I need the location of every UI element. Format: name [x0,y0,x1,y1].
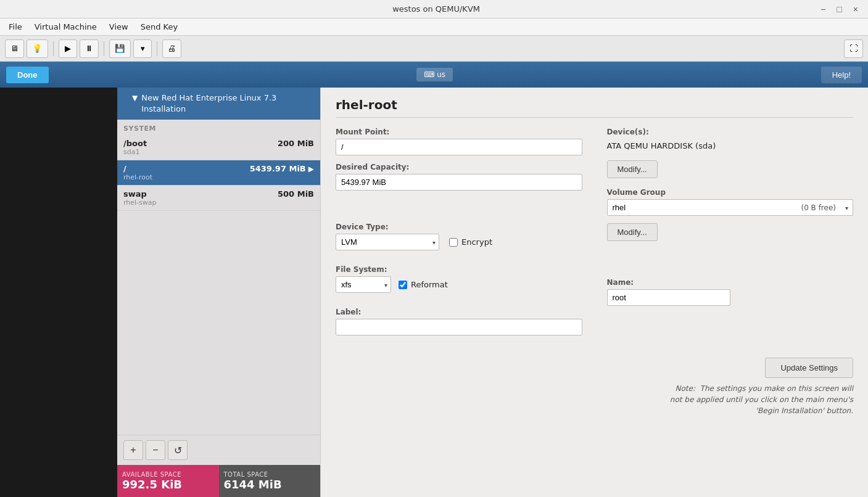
chevron-button[interactable]: ▾ [133,39,152,58]
print-button[interactable]: 🖨 [162,39,181,58]
device-name: ATA QEMU HARDDISK (sda) [607,139,854,153]
menu-virtual-machine[interactable]: Virtual Machine [30,20,102,33]
encrypt-label: Encrypt [461,237,492,247]
close-button[interactable]: × [849,3,862,15]
pause-icon: ⏸ [85,44,93,53]
device-type-group: Device Type: LVM Standard Partition BTRF… [336,223,582,258]
reformat-checkbox-label[interactable]: Reformat [399,280,448,289]
installer-window: ▼ New Red Hat Enterprise Linux 7.3 Insta… [117,88,868,497]
installer-header: ▼ New Red Hat Enterprise Linux 7.3 Insta… [117,88,320,120]
desired-capacity-input[interactable] [336,174,582,191]
toolbar: 🖥 💡 ▶ ⏸ 💾 ▾ 🖨 ⛶ [0,36,868,62]
play-icon: ▶ [65,44,71,53]
refresh-partition-button[interactable]: ↺ [168,440,188,460]
mount-point-input[interactable] [336,139,582,155]
file-system-label: File System: [336,265,582,274]
menu-file[interactable]: File [4,20,27,33]
partition-actions: + − ↺ [117,435,320,465]
desired-capacity-group: Desired Capacity: [336,163,582,191]
label-input[interactable] [336,319,582,335]
partition-swap[interactable]: swap rhel-swap 500 MiB [117,186,320,211]
help-button[interactable]: Help! [821,67,862,83]
devices-label: Device(s): [607,128,854,136]
mount-point-group: Mount Point: [336,128,582,155]
fs-select-wrapper: xfs ext4 ext3 ext2 vfat swap ▾ [336,276,391,293]
volume-group-label: Volume Group [607,188,854,197]
partition-root-sub: rhel-root [123,173,152,181]
bulb-button[interactable]: 💡 [27,39,48,58]
minimize-button[interactable]: − [817,3,829,15]
note-text: Note: The settings you make on this scre… [670,383,853,416]
partition-swap-name: swap [123,189,157,199]
form-left-col: Mount Point: Desired Capacity: Device Ty… [336,128,582,343]
menu-view[interactable]: View [104,20,133,33]
disk-button[interactable]: 💾 [109,39,131,58]
partition-boot-size: 200 MiB [278,139,314,148]
done-button[interactable]: Done [6,67,49,83]
partition-root[interactable]: / rhel-root 5439.97 MiB ▶ [117,160,320,186]
modify-vg-button[interactable]: Modify... [607,223,658,241]
partition-boot-name: /boot [123,139,147,148]
keyboard-icon: ⌨ [424,70,437,79]
pause-button[interactable]: ⏸ [80,39,99,58]
file-system-group: File System: xfs ext4 ext3 ext2 vfat swa… [336,265,582,300]
remove-partition-button[interactable]: − [146,440,165,460]
bottom-area: Update Settings Note: The settings you m… [336,358,853,416]
total-space-section: TOTAL SPACE 6144 MiB [219,465,321,497]
play-button[interactable]: ▶ [59,39,77,58]
left-panel: ▼ New Red Hat Enterprise Linux 7.3 Insta… [117,88,321,497]
partition-swap-size: 500 MiB [278,189,314,199]
toolbar-separator [53,41,54,56]
available-space-section: AVAILABLE SPACE 992.5 KiB [117,465,219,497]
reformat-label: Reformat [411,280,448,289]
device-type-select[interactable]: LVM Standard Partition BTRFS LVM Thin Pr… [336,234,439,250]
name-label: Name: [607,278,854,287]
add-partition-button[interactable]: + [123,440,143,460]
keyboard-indicator: ⌨ us [416,68,453,81]
monitor-button[interactable]: 🖥 [5,39,24,58]
vm-screen: Done ⌨ us Help! ▼ New Red Hat Enterprise… [0,62,868,497]
form-right-col: Device(s): ATA QEMU HARDDISK (sda) Modif… [607,128,854,343]
volume-group-group: Volume Group rhel (0 B free) ▾ [607,188,854,216]
label-group: Label: [336,308,582,335]
name-group: Name: [607,278,854,306]
toolbar-separator3 [157,41,157,56]
partition-swap-left: swap rhel-swap [123,189,157,207]
modify-device-button[interactable]: Modify... [607,160,658,178]
menu-bar: File Virtual Machine View Send Key [0,18,868,36]
right-panel: rhel-root Mount Point: Desired Capacity: [321,88,868,497]
total-space-label: TOTAL SPACE [224,471,316,478]
partition-root-name: / [123,164,152,173]
name-input[interactable] [607,289,730,306]
update-settings-button[interactable]: Update Settings [765,358,853,378]
window-title: westos on QEMU/KVM [56,4,817,14]
encrypt-checkbox[interactable] [449,238,458,247]
chevron-down-icon: ▾ [141,44,145,53]
modify-vg-wrapper: Modify... [607,223,854,241]
device-type-select-wrapper: LVM Standard Partition BTRFS LVM Thin Pr… [336,234,439,250]
fs-row: xfs ext4 ext3 ext2 vfat swap ▾ [336,276,582,293]
maximize-button[interactable]: □ [833,3,845,15]
collapse-arrow-icon[interactable]: ▼ [132,94,138,102]
available-space-label: AVAILABLE SPACE [122,471,214,478]
window-controls: − □ × [817,3,862,15]
devices-group: Device(s): ATA QEMU HARDDISK (sda) [607,128,854,153]
volume-group-select-wrapper: rhel (0 B free) ▾ [607,199,854,216]
available-space-value: 992.5 KiB [122,478,214,491]
fullscreen-button[interactable]: ⛶ [844,39,863,58]
encrypt-checkbox-label[interactable]: Encrypt [449,237,492,247]
menu-send-key[interactable]: Send Key [136,20,183,33]
label-field-label: Label: [336,308,582,316]
toolbar-separator2 [104,41,104,56]
reformat-checkbox[interactable] [399,281,407,289]
partition-boot[interactable]: /boot sda1 200 MiB [117,135,320,160]
space-bar: AVAILABLE SPACE 992.5 KiB TOTAL SPACE 61… [117,465,320,497]
volume-group-select[interactable]: rhel [607,199,854,216]
device-type-row: LVM Standard Partition BTRFS LVM Thin Pr… [336,234,582,250]
filesystem-select[interactable]: xfs ext4 ext3 ext2 vfat swap [336,276,391,293]
mount-point-label: Mount Point: [336,128,582,136]
system-section-label: SYSTEM [117,120,320,135]
partition-root-size: 5439.97 MiB ▶ [250,164,314,173]
form-layout: Mount Point: Desired Capacity: Device Ty… [336,128,853,343]
modify-device-wrapper: Modify... [607,160,854,178]
